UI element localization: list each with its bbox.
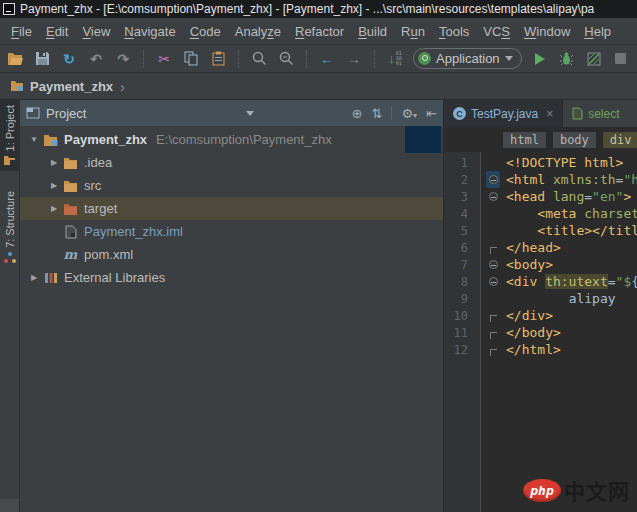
tab-select-html[interactable]: select (563, 100, 628, 127)
line-number: 9 (444, 292, 468, 306)
cut-icon[interactable]: ✂ (155, 50, 173, 68)
open-icon[interactable] (6, 50, 24, 68)
tree-row-payment-zhx-iml[interactable]: Payment_zhx.iml (20, 220, 443, 243)
gear-icon[interactable]: ⚙▾ (401, 106, 417, 121)
menu-build[interactable]: Build (351, 24, 394, 39)
menu-analyze[interactable]: Analyze (228, 24, 288, 39)
menu-code[interactable]: Code (183, 24, 228, 39)
run-config-combo[interactable]: Application (413, 48, 522, 69)
close-icon[interactable]: × (546, 107, 553, 121)
breadcrumb-div[interactable]: div (603, 132, 637, 148)
code-token: charset (584, 206, 637, 221)
tree-item-label: Payment_zhx (64, 132, 147, 147)
coverage-button[interactable] (585, 50, 603, 68)
debug-button[interactable] (558, 50, 576, 68)
menu-navigate[interactable]: Navigate (117, 24, 182, 39)
menu-text-post: e (274, 24, 281, 39)
tree-collapsed-arrow-icon[interactable]: ▶ (46, 158, 62, 167)
menu-window[interactable]: Window (517, 24, 577, 39)
redo-icon[interactable]: ↷ (114, 50, 132, 68)
fold-end-icon[interactable] (490, 349, 497, 356)
replace-icon[interactable] (277, 50, 295, 68)
fold-cell (486, 273, 500, 290)
project-view-icon (26, 107, 40, 119)
menu-edit[interactable]: Edit (39, 24, 75, 39)
folder-icon (62, 180, 79, 192)
code-line-7: 7<body> (444, 256, 637, 273)
code-text: </body> (500, 325, 561, 340)
code-text: <!DOCTYPE html> (500, 155, 623, 170)
main-toolbar: ↻ ↶ ↷ ✂ ← → ↓ 011001 Application (0, 44, 637, 73)
project-panel-title[interactable]: Project (46, 106, 86, 121)
tab-testpay-java[interactable]: C TestPay.java × (444, 100, 563, 127)
locate-file-icon[interactable]: ⊕ (352, 106, 363, 121)
tree-row-payment-zhx[interactable]: ▼Payment_zhxE:\comsumption\Payment_zhx (20, 128, 443, 151)
tool-button-structure-label: 7: Structure (4, 191, 16, 248)
menu-mnemonic: F (11, 24, 19, 39)
tree-collapsed-arrow-icon[interactable]: ▶ (46, 181, 62, 190)
tree-expanded-arrow-icon[interactable]: ▼ (26, 135, 42, 144)
main-area: 1: Project 7: Structure (0, 100, 637, 512)
tab-label: select (588, 107, 619, 121)
fold-collapse-icon[interactable] (489, 260, 498, 269)
fold-end-icon[interactable] (490, 247, 497, 254)
code-token: <div (506, 274, 545, 289)
folder-excluded-icon (62, 203, 79, 215)
collapse-all-icon[interactable]: ⇅ (372, 106, 383, 121)
libraries-icon (42, 271, 59, 284)
forward-icon[interactable]: → (345, 50, 363, 68)
iml-file-icon (62, 225, 79, 239)
menu-file[interactable]: File (4, 24, 39, 39)
tree-item-label: External Libraries (64, 270, 165, 285)
tool-button-structure[interactable]: 7: Structure (0, 186, 19, 269)
load-changes-icon[interactable]: ↓ 011001 (386, 50, 404, 68)
menu-run[interactable]: Run (394, 24, 432, 39)
breadcrumb-html[interactable]: html (503, 132, 546, 148)
tree-row-src[interactable]: ▶src (20, 174, 443, 197)
menu-help[interactable]: Help (577, 24, 618, 39)
code-area[interactable]: 1<!DOCTYPE html>2<html xmlns:th="ht3<hea… (444, 152, 637, 512)
code-token: <head (506, 189, 553, 204)
tree-collapsed-arrow-icon[interactable]: ▶ (26, 273, 42, 282)
stop-button (612, 50, 630, 68)
tree-row-pom-xml[interactable]: mpom.xml (20, 243, 443, 266)
copy-icon[interactable] (182, 50, 200, 68)
hide-panel-icon[interactable]: ⇤ (426, 106, 437, 121)
menu-view[interactable]: View (75, 24, 117, 39)
tree-row-external-libraries[interactable]: ▶External Libraries (20, 266, 443, 289)
html-file-icon (572, 107, 583, 120)
code-token: > (623, 189, 631, 204)
menu-vcs[interactable]: VCS (476, 24, 517, 39)
fold-end-icon[interactable] (490, 332, 497, 339)
breadcrumb-body[interactable]: body (553, 132, 596, 148)
menu-mnemonic: u (410, 24, 417, 39)
watermark: php 中文网 (523, 475, 630, 505)
tool-button-project[interactable]: 1: Project (0, 100, 19, 171)
sync-icon[interactable]: ↻ (60, 50, 78, 68)
fold-collapse-icon[interactable] (489, 192, 498, 201)
tool-button-project-label: 1: Project (4, 105, 16, 151)
paste-icon[interactable] (209, 50, 227, 68)
toolbar-separator (306, 50, 307, 68)
run-config-label: Application (436, 51, 500, 66)
fold-end-icon[interactable] (490, 315, 497, 322)
tree-row--idea[interactable]: ▶.idea (20, 151, 443, 174)
code-line-5: 5 <title></title> (444, 222, 637, 239)
menu-mnemonic: R (295, 24, 304, 39)
menu-refactor[interactable]: Refactor (288, 24, 351, 39)
fold-collapse-icon[interactable] (489, 277, 498, 286)
find-icon[interactable] (250, 50, 268, 68)
code-line-9: 9 alipay (444, 290, 637, 307)
run-button[interactable] (531, 50, 549, 68)
chevron-down-icon[interactable] (246, 111, 254, 116)
back-icon[interactable]: ← (318, 50, 336, 68)
menu-text-post: ile (19, 24, 32, 39)
undo-icon[interactable]: ↶ (87, 50, 105, 68)
save-all-icon[interactable] (33, 50, 51, 68)
tree-collapsed-arrow-icon[interactable]: ▶ (46, 204, 62, 213)
breadcrumb-project[interactable]: Payment_zhx (30, 79, 113, 94)
fold-collapse-icon[interactable] (489, 175, 498, 184)
menu-tools[interactable]: Tools (432, 24, 476, 39)
code-line-4: 4 <meta charset (444, 205, 637, 222)
tree-row-target[interactable]: ▶target (20, 197, 443, 220)
